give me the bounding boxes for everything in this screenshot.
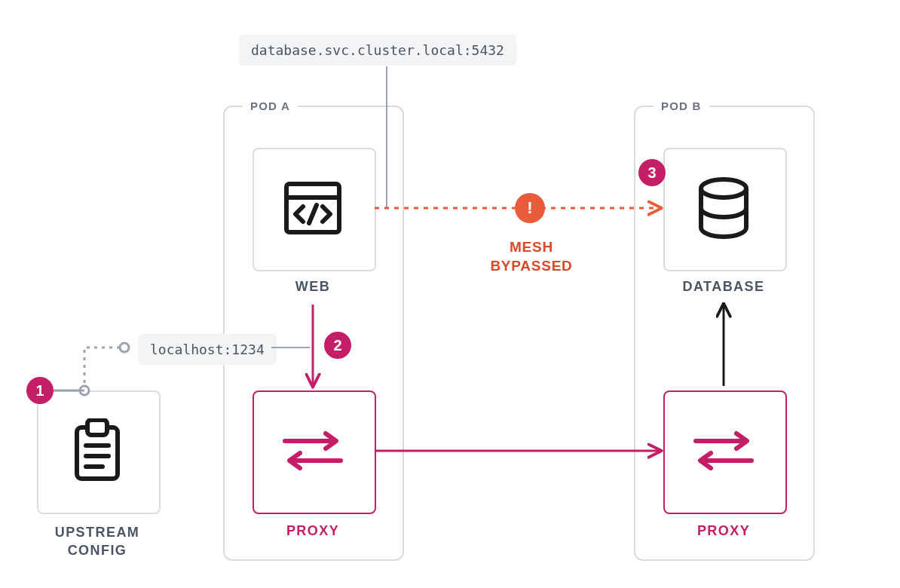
diagram-stage: POD A POD B UPSTREAM CONFIG WEB [0, 0, 900, 588]
database-label: DATABASE [656, 279, 791, 295]
pod-b-title: POD B [654, 100, 709, 112]
svg-rect-5 [286, 184, 339, 232]
clipboard-icon [37, 390, 158, 511]
proxy-a-label: PROXY [253, 523, 373, 539]
badge-2: 2 [324, 332, 351, 359]
proxy-a-arrows-icon [253, 390, 373, 511]
alert-icon-text: ! [527, 198, 532, 218]
mesh-bypassed-l2: BYPASSED [490, 258, 572, 274]
svg-line-7 [309, 205, 317, 223]
badge-1: 1 [26, 377, 54, 404]
svg-rect-1 [87, 420, 107, 435]
web-label: WEB [253, 279, 373, 295]
badge-2-text: 2 [333, 337, 341, 354]
proxy-b-label: PROXY [663, 523, 784, 539]
svg-point-20 [120, 343, 129, 352]
upstream-config-label: UPSTREAM CONFIG [37, 523, 158, 560]
mesh-bypassed-label: MESH BYPASSED [464, 238, 599, 275]
code-window-icon [253, 148, 373, 268]
badge-3-text: 3 [647, 164, 656, 182]
alert-icon: ! [515, 193, 545, 223]
upstream-config-label-l1: UPSTREAM [55, 525, 140, 540]
upstream-config-label-l2: CONFIG [68, 543, 127, 558]
db-address-callout: database.svc.cluster.local:5432 [239, 35, 516, 66]
localhost-callout: localhost:1234 [138, 334, 277, 365]
mesh-bypassed-l1: MESH [510, 239, 553, 255]
database-icon [663, 148, 784, 268]
badge-3: 3 [638, 159, 666, 186]
pod-a-title: POD A [243, 100, 298, 112]
proxy-b-arrows-icon [663, 390, 784, 511]
badge-1-text: 1 [35, 382, 44, 400]
svg-point-10 [701, 179, 746, 198]
